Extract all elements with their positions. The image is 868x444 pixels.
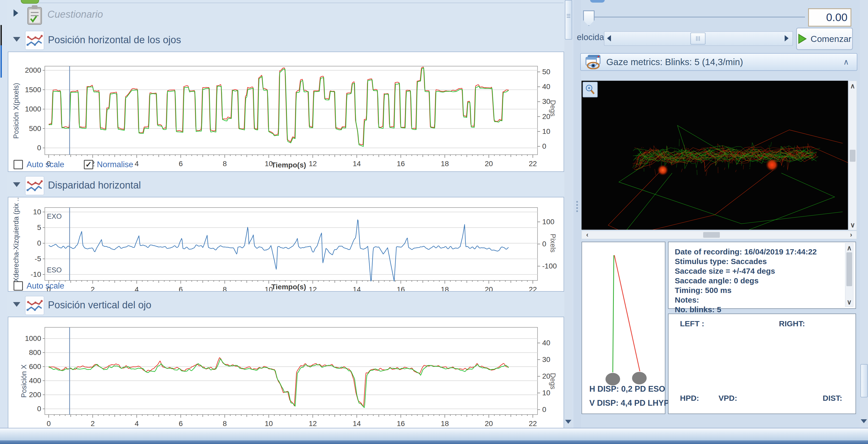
- svg-text:0: 0: [542, 142, 546, 150]
- left-group-vertical-scrollbar[interactable]: [564, 0, 572, 428]
- info-line: Timing: 500 ms: [675, 285, 817, 295]
- gaze-metrics-text: Gaze metrics: Blinks: 5 (14,3/min): [606, 57, 743, 67]
- velocity-scrollbar[interactable]: [604, 31, 793, 46]
- time-slider-track[interactable]: [587, 17, 805, 18]
- pendulum-graphic: [582, 242, 665, 388]
- section-title-chart3[interactable]: Posición vertical del ojo: [48, 299, 151, 311]
- divider: [32, 3, 564, 3]
- start-button[interactable]: Comenzar: [796, 28, 853, 50]
- time-value-field[interactable]: 0.00: [808, 8, 851, 27]
- time-slider-thumb[interactable]: [583, 10, 594, 26]
- svg-text:EXO: EXO: [47, 213, 62, 220]
- scroll-right-arrow[interactable]: [785, 35, 788, 41]
- scroll-down-arrow[interactable]: ∨: [845, 299, 853, 306]
- gaze-metrics-header[interactable]: Gaze metrics: Blinks: 5 (14,3/min) ∧: [580, 53, 857, 71]
- scroll-down-arrow[interactable]: ∨: [849, 222, 857, 228]
- expander-chart2-arrow[interactable]: [13, 182, 20, 187]
- svg-text:22: 22: [529, 285, 537, 291]
- right-eye-weight: [632, 372, 647, 384]
- velocity-scrollbar-thumb[interactable]: [690, 33, 706, 44]
- zoom-button[interactable]: [583, 82, 598, 97]
- scroll-left-arrow[interactable]: ‹: [584, 231, 591, 238]
- play-icon: [798, 34, 807, 44]
- line-chart-icon: [25, 31, 44, 50]
- clipboard-icon: [26, 5, 43, 26]
- svg-text:22: 22: [529, 160, 537, 168]
- scroll-up-arrow[interactable]: ∧: [849, 83, 857, 89]
- h-disp-value: H DISP: 0,2 PD ESO: [589, 384, 665, 394]
- rail-mark-accent: [1, 45, 2, 77]
- expander-chart3-arrow[interactable]: [13, 302, 20, 307]
- chart1-autoscale-checkbox[interactable]: Auto scale: [13, 160, 64, 169]
- info-vertical-scrollbar[interactable]: ∧ ∨: [845, 243, 854, 307]
- gaze-horizontal-scrollbar[interactable]: ‹ ›: [582, 231, 857, 239]
- chart2-autoscale-checkbox[interactable]: Auto scale: [13, 281, 64, 291]
- info-line: Date of recording: 16/04/2019 17:44:22: [675, 247, 817, 256]
- svg-text:10: 10: [33, 208, 41, 216]
- gaze-scanpath-view: [582, 81, 848, 230]
- expander-cuestionario-arrow[interactable]: [13, 9, 18, 17]
- svg-text:8: 8: [223, 160, 227, 168]
- svg-text:12: 12: [309, 160, 317, 168]
- svg-text:10: 10: [265, 419, 273, 427]
- scrollbar-thumb[interactable]: [565, 0, 572, 39]
- magnifier-icon: [585, 84, 595, 95]
- svg-text:2: 2: [91, 419, 95, 427]
- svg-text:14: 14: [352, 160, 361, 168]
- chart2-panel: 1050-5-101000-1000246810121416182022EXOE…: [8, 197, 564, 292]
- chart1-right-axis-label: Degs: [549, 82, 557, 134]
- chart2-plot: 1050-5-101000-1000246810121416182022EXOE…: [8, 197, 564, 291]
- svg-text:200: 200: [29, 391, 41, 399]
- scrollbar-thumb[interactable]: [850, 150, 856, 162]
- svg-text:1000: 1000: [25, 105, 41, 113]
- svg-text:0: 0: [46, 419, 51, 427]
- svg-text:0: 0: [542, 406, 546, 414]
- chart3-panel: 0200400600800100001020304002468101214161…: [8, 317, 564, 428]
- svg-text:20: 20: [485, 285, 493, 291]
- gaze-vertical-scrollbar[interactable]: ∧ ∨: [848, 81, 857, 230]
- svg-text:2: 2: [91, 285, 95, 291]
- svg-text:18: 18: [441, 160, 449, 168]
- expander-chart1-arrow[interactable]: [13, 37, 20, 42]
- checkbox-checked[interactable]: ✓: [84, 160, 93, 169]
- checkbox-unchecked[interactable]: [13, 281, 23, 291]
- svg-text:16: 16: [397, 285, 405, 291]
- section-title-chart1[interactable]: Posición horizontal de los ojos: [48, 34, 181, 45]
- svg-text:40: 40: [542, 339, 550, 347]
- scroll-down-arrow[interactable]: [861, 419, 867, 423]
- svg-text:0: 0: [37, 239, 41, 247]
- chart1-normalise-checkbox[interactable]: ✓ Normalise: [84, 160, 133, 169]
- svg-text:0: 0: [37, 405, 41, 413]
- scrollbar-thumb[interactable]: [703, 232, 720, 238]
- clipped-button-top[interactable]: [21, 0, 39, 4]
- right-eye-pendulum-line: [614, 255, 640, 371]
- line-chart-icon: [25, 176, 44, 195]
- scroll-right-arrow[interactable]: ›: [848, 231, 855, 238]
- chart2-y-axis-label: Xderecha-Xizquierda (pix ...: [12, 204, 20, 282]
- svg-text:16: 16: [397, 160, 405, 168]
- scroll-down-arrow[interactable]: [565, 420, 571, 424]
- svg-text:14: 14: [352, 285, 361, 291]
- scroll-up-arrow[interactable]: ∧: [845, 245, 853, 251]
- info-line: Notes:: [675, 295, 817, 305]
- section-title-cuestionario[interactable]: Cuestionario: [48, 9, 103, 20]
- disparity-pendulum-panel: H DISP: 0,2 PD ESO V DISP: 4,4 PD LHYP: [582, 242, 665, 414]
- chart3-right-axis-label: Degs: [549, 355, 557, 407]
- checkbox-unchecked[interactable]: [13, 160, 23, 169]
- window-vertical-scrollbar[interactable]: [860, 0, 868, 428]
- svg-text:8: 8: [223, 419, 227, 427]
- left-eye-pendulum-line: [613, 255, 614, 372]
- collapse-chevron-icon[interactable]: ∧: [843, 57, 849, 66]
- scrollbar-thumb[interactable]: [861, 364, 868, 398]
- recording-info-lines: Date of recording: 16/04/2019 17:44:22St…: [675, 247, 817, 314]
- chart1-plot: 0500100015002000010203040500246810121416…: [8, 52, 564, 171]
- scroll-left-arrow[interactable]: [607, 35, 611, 41]
- svg-text:4: 4: [135, 160, 139, 168]
- section-title-chart2[interactable]: Disparidad horizontal: [48, 180, 141, 191]
- scrollbar-thumb[interactable]: [846, 252, 852, 286]
- svg-text:22: 22: [529, 419, 537, 427]
- svg-text:2000: 2000: [25, 66, 41, 74]
- svg-text:1000: 1000: [25, 335, 41, 343]
- svg-text:-5: -5: [35, 255, 41, 263]
- info-line: No. blinks: 5: [675, 305, 817, 314]
